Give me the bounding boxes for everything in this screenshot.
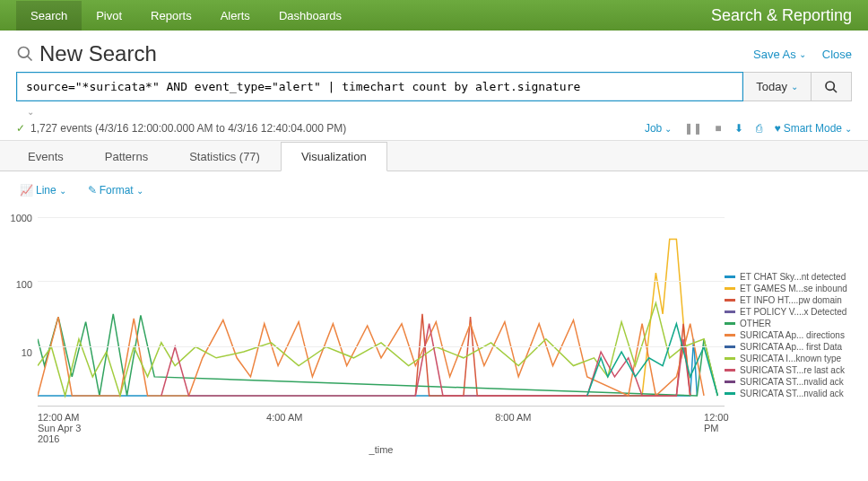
format-icon: ✎ [88, 184, 97, 197]
search-icon [16, 45, 34, 63]
tab-visualization[interactable]: Visualization [281, 142, 387, 171]
legend-item[interactable]: SURICATA ST...re last ack [725, 365, 859, 375]
app-title: Search & Reporting [711, 6, 852, 25]
tab-patterns[interactable]: Patterns [84, 142, 169, 171]
nav-alerts[interactable]: Alerts [206, 1, 265, 31]
search-header: New Search Save As⌄ Close [0, 31, 868, 72]
search-meta: ✓ 1,727 events (4/3/16 12:00:00.000 AM t… [0, 118, 868, 141]
top-nav: Search Pivot Reports Alerts Dashboards S… [0, 0, 868, 31]
svg-line-1 [28, 57, 32, 61]
stop-icon[interactable]: ■ [715, 122, 721, 135]
page-title: New Search [39, 41, 157, 66]
save-as-button[interactable]: Save As⌄ [753, 48, 806, 61]
legend-item[interactable]: OTHER [725, 319, 859, 328]
line-icon: 📈 [20, 184, 33, 197]
legend-item[interactable]: SURICATA ST...nvalid ack [725, 389, 859, 398]
run-search-button[interactable] [812, 72, 852, 101]
plot-area [38, 207, 725, 407]
nav-search[interactable]: Search [16, 1, 82, 31]
nav-dashboards[interactable]: Dashboards [265, 1, 356, 31]
search-bar: Today⌄ [0, 72, 868, 107]
chevron-down-icon: ⌄ [799, 49, 806, 59]
format-button[interactable]: ✎Format⌄ [88, 184, 143, 197]
time-range-picker[interactable]: Today⌄ [743, 72, 812, 101]
job-menu[interactable]: Job⌄ [645, 122, 672, 135]
smart-mode-button[interactable]: ♥Smart Mode⌄ [775, 122, 852, 135]
pause-icon[interactable]: ❚❚ [684, 122, 702, 135]
search-icon [824, 80, 838, 94]
nav-reports[interactable]: Reports [136, 1, 206, 31]
chevron-down-icon: ⌄ [791, 82, 798, 92]
chart-type-button[interactable]: 📈Line⌄ [20, 184, 66, 197]
x-axis-title: _time [369, 444, 394, 455]
legend-item[interactable]: SURICATA I...known type [725, 354, 859, 363]
check-icon: ✓ [16, 122, 25, 135]
chart: 1000 100 10 12:00 AMSun Apr 32016 4:00 A… [0, 200, 868, 460]
events-count-text: 1,727 events (4/3/16 12:00:00.000 AM to … [30, 122, 346, 135]
nav-items: Search Pivot Reports Alerts Dashboards [16, 1, 356, 31]
legend-item[interactable]: ET GAMES M...se inbound [725, 284, 859, 293]
nav-pivot[interactable]: Pivot [82, 1, 136, 31]
print-icon[interactable]: ⎙ [756, 122, 762, 135]
legend-item[interactable]: SURICATA ST...nvalid ack [725, 377, 859, 387]
bulb-icon: ♥ [775, 122, 781, 135]
tab-statistics[interactable]: Statistics (77) [169, 142, 281, 171]
legend-item[interactable]: SURICATA Ap... first Data [725, 342, 859, 352]
svg-point-0 [19, 48, 30, 58]
legend: ET CHAT Sky...nt detectedET GAMES M...se… [725, 200, 859, 451]
legend-item[interactable]: ET CHAT Sky...nt detected [725, 272, 859, 282]
search-input[interactable] [16, 72, 743, 101]
svg-point-2 [826, 82, 834, 90]
close-button[interactable]: Close [822, 48, 852, 61]
x-axis: 12:00 AMSun Apr 32016 4:00 AM 8:00 AM 12… [38, 408, 725, 451]
svg-line-3 [833, 89, 837, 92]
viz-controls: 📈Line⌄ ✎Format⌄ [0, 171, 868, 200]
tab-events[interactable]: Events [7, 142, 84, 171]
legend-item[interactable]: ET INFO HT....pw domain [725, 295, 859, 305]
legend-item[interactable]: ET POLICY V....x Detected [725, 307, 859, 317]
download-icon[interactable]: ⬇ [734, 122, 743, 135]
legend-item[interactable]: SURICATA Ap... directions [725, 330, 859, 340]
y-axis: 1000 100 10 [2, 207, 34, 415]
result-tabs: Events Patterns Statistics (77) Visualiz… [0, 141, 868, 171]
expand-caret[interactable]: ⌄ [0, 107, 868, 118]
